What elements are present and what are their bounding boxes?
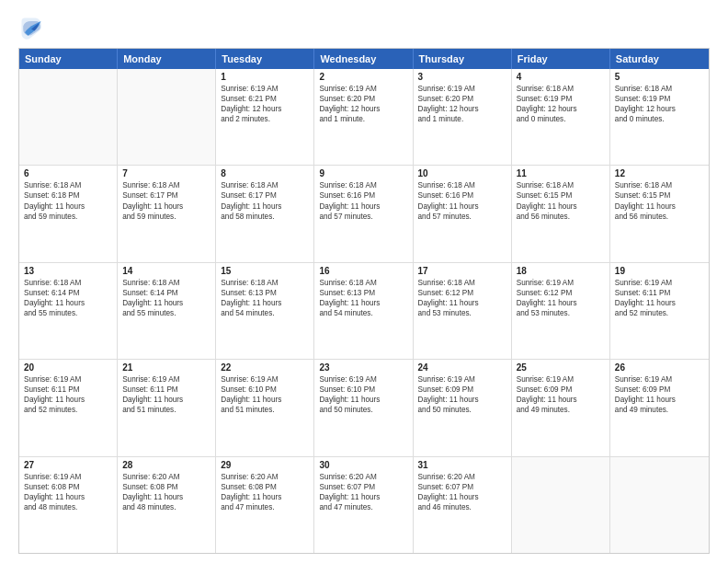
cell-info-line: Sunrise: 6:19 AM bbox=[418, 374, 506, 385]
cell-info-line: Sunset: 6:07 PM bbox=[418, 482, 506, 492]
cell-info-line: Sunrise: 6:18 AM bbox=[418, 180, 506, 190]
cell-info-line: and 53 minutes. bbox=[418, 308, 506, 318]
cell-info-line: Sunrise: 6:19 AM bbox=[122, 374, 210, 385]
cell-info-line: Sunrise: 6:18 AM bbox=[24, 180, 112, 190]
cell-info-line: Sunset: 6:11 PM bbox=[122, 385, 210, 395]
calendar-cell-24: 24Sunrise: 6:19 AMSunset: 6:09 PMDayligh… bbox=[414, 360, 512, 455]
cell-info-line: Daylight: 11 hours bbox=[615, 395, 704, 405]
cell-info-line: Daylight: 12 hours bbox=[221, 104, 309, 114]
day-number: 12 bbox=[615, 168, 704, 178]
day-number: 1 bbox=[221, 72, 309, 82]
cell-info-line: and 2 minutes. bbox=[221, 114, 309, 124]
calendar-cell-8: 8Sunrise: 6:18 AMSunset: 6:17 PMDaylight… bbox=[216, 166, 314, 261]
cell-info-line: Sunset: 6:07 PM bbox=[319, 482, 407, 492]
calendar-cell-10: 10Sunrise: 6:18 AMSunset: 6:16 PMDayligh… bbox=[414, 166, 512, 261]
calendar-cell-6: 6Sunrise: 6:18 AMSunset: 6:18 PMDaylight… bbox=[19, 166, 118, 261]
calendar-cell-empty-4-5 bbox=[512, 457, 610, 553]
cell-info-line: Sunset: 6:13 PM bbox=[221, 288, 309, 298]
day-number: 23 bbox=[319, 362, 407, 373]
day-number: 11 bbox=[517, 168, 605, 178]
day-number: 29 bbox=[221, 460, 309, 470]
cell-info-line: Daylight: 11 hours bbox=[615, 201, 704, 212]
cell-info-line: Sunset: 6:17 PM bbox=[122, 190, 210, 201]
cell-info-line: Sunrise: 6:18 AM bbox=[418, 278, 506, 288]
cell-info-line: Sunset: 6:09 PM bbox=[615, 385, 704, 395]
cell-info-line: Sunrise: 6:19 AM bbox=[615, 374, 704, 385]
calendar-cell-empty-4-6 bbox=[610, 457, 709, 553]
cell-info-line: and 49 minutes. bbox=[517, 405, 605, 415]
calendar-cell-29: 29Sunrise: 6:20 AMSunset: 6:08 PMDayligh… bbox=[216, 457, 314, 553]
day-number: 30 bbox=[319, 460, 407, 470]
cell-info-line: Daylight: 11 hours bbox=[221, 492, 309, 502]
cell-info-line: Sunrise: 6:19 AM bbox=[221, 374, 309, 385]
calendar-body: 1Sunrise: 6:19 AMSunset: 6:21 PMDaylight… bbox=[19, 69, 709, 553]
cell-info-line: Sunset: 6:20 PM bbox=[418, 94, 506, 104]
cell-info-line: Sunset: 6:08 PM bbox=[122, 482, 210, 492]
cell-info-line: Sunrise: 6:18 AM bbox=[24, 278, 112, 288]
cell-info-line: and 46 minutes. bbox=[418, 502, 506, 512]
cell-info-line: Daylight: 11 hours bbox=[319, 492, 407, 502]
cell-info-line: Daylight: 11 hours bbox=[122, 201, 210, 212]
calendar-cell-15: 15Sunrise: 6:18 AMSunset: 6:13 PMDayligh… bbox=[216, 263, 314, 359]
calendar-cell-31: 31Sunrise: 6:20 AMSunset: 6:07 PMDayligh… bbox=[414, 457, 512, 553]
cell-info-line: Sunrise: 6:18 AM bbox=[615, 180, 704, 190]
calendar-cell-20: 20Sunrise: 6:19 AMSunset: 6:11 PMDayligh… bbox=[19, 360, 118, 455]
cell-info-line: and 50 minutes. bbox=[319, 405, 407, 415]
calendar-cell-1: 1Sunrise: 6:19 AMSunset: 6:21 PMDaylight… bbox=[216, 69, 314, 165]
day-number: 8 bbox=[221, 168, 309, 178]
calendar-cell-18: 18Sunrise: 6:19 AMSunset: 6:12 PMDayligh… bbox=[512, 263, 610, 359]
calendar-row-3: 13Sunrise: 6:18 AMSunset: 6:14 PMDayligh… bbox=[19, 263, 709, 360]
calendar-cell-5: 5Sunrise: 6:18 AMSunset: 6:19 PMDaylight… bbox=[610, 69, 709, 165]
cell-info-line: Sunrise: 6:18 AM bbox=[319, 180, 407, 190]
cell-info-line: Sunset: 6:11 PM bbox=[615, 288, 704, 298]
cell-info-line: and 51 minutes. bbox=[221, 405, 309, 415]
cell-info-line: and 52 minutes. bbox=[615, 308, 704, 318]
cell-info-line: Sunset: 6:19 PM bbox=[517, 94, 605, 104]
calendar-cell-17: 17Sunrise: 6:18 AMSunset: 6:12 PMDayligh… bbox=[414, 263, 512, 359]
cell-info-line: and 48 minutes. bbox=[24, 502, 112, 512]
cell-info-line: Sunset: 6:09 PM bbox=[517, 385, 605, 395]
day-number: 27 bbox=[24, 460, 112, 470]
calendar-cell-2: 2Sunrise: 6:19 AMSunset: 6:20 PMDaylight… bbox=[314, 69, 413, 165]
cell-info-line: Sunset: 6:08 PM bbox=[221, 482, 309, 492]
calendar-cell-21: 21Sunrise: 6:19 AMSunset: 6:11 PMDayligh… bbox=[118, 360, 216, 455]
calendar-cell-28: 28Sunrise: 6:20 AMSunset: 6:08 PMDayligh… bbox=[118, 457, 216, 553]
day-number: 25 bbox=[517, 362, 605, 373]
cell-info-line: Sunrise: 6:19 AM bbox=[221, 84, 309, 94]
cell-info-line: Sunset: 6:10 PM bbox=[221, 385, 309, 395]
cell-info-line: Sunrise: 6:20 AM bbox=[122, 472, 210, 482]
cell-info-line: Sunrise: 6:18 AM bbox=[122, 278, 210, 288]
cell-info-line: Sunset: 6:10 PM bbox=[319, 385, 407, 395]
cell-info-line: Sunset: 6:18 PM bbox=[24, 190, 112, 201]
cell-info-line: Daylight: 12 hours bbox=[319, 104, 407, 114]
cell-info-line: Sunset: 6:14 PM bbox=[24, 288, 112, 298]
cell-info-line: Sunrise: 6:20 AM bbox=[221, 472, 309, 482]
logo bbox=[18, 15, 48, 40]
calendar-row-5: 27Sunrise: 6:19 AMSunset: 6:08 PMDayligh… bbox=[19, 457, 709, 553]
cell-info-line: Daylight: 12 hours bbox=[615, 104, 704, 114]
cell-info-line: and 53 minutes. bbox=[517, 308, 605, 318]
day-number: 13 bbox=[24, 266, 112, 276]
cell-info-line: Daylight: 11 hours bbox=[517, 298, 605, 308]
cell-info-line: Daylight: 11 hours bbox=[122, 492, 210, 502]
cell-info-line: Sunrise: 6:20 AM bbox=[418, 472, 506, 482]
cell-info-line: Sunrise: 6:19 AM bbox=[319, 374, 407, 385]
cell-info-line: and 51 minutes. bbox=[122, 405, 210, 415]
cell-info-line: Sunset: 6:19 PM bbox=[615, 94, 704, 104]
cell-info-line: and 55 minutes. bbox=[24, 308, 112, 318]
cell-info-line: and 0 minutes. bbox=[615, 114, 704, 124]
cell-info-line: and 57 minutes. bbox=[319, 212, 407, 222]
header-day-wednesday: Wednesday bbox=[314, 49, 413, 69]
cell-info-line: Daylight: 11 hours bbox=[319, 395, 407, 405]
cell-info-line: Daylight: 11 hours bbox=[122, 298, 210, 308]
calendar-header: SundayMondayTuesdayWednesdayThursdayFrid… bbox=[19, 49, 709, 69]
day-number: 24 bbox=[418, 362, 506, 373]
day-number: 31 bbox=[418, 460, 506, 470]
cell-info-line: Sunrise: 6:18 AM bbox=[221, 180, 309, 190]
cell-info-line: Sunrise: 6:18 AM bbox=[319, 278, 407, 288]
cell-info-line: and 52 minutes. bbox=[24, 405, 112, 415]
cell-info-line: Sunrise: 6:19 AM bbox=[615, 278, 704, 288]
calendar-cell-19: 19Sunrise: 6:19 AMSunset: 6:11 PMDayligh… bbox=[610, 263, 709, 359]
calendar: SundayMondayTuesdayWednesdayThursdayFrid… bbox=[18, 48, 710, 554]
cell-info-line: Daylight: 11 hours bbox=[615, 298, 704, 308]
